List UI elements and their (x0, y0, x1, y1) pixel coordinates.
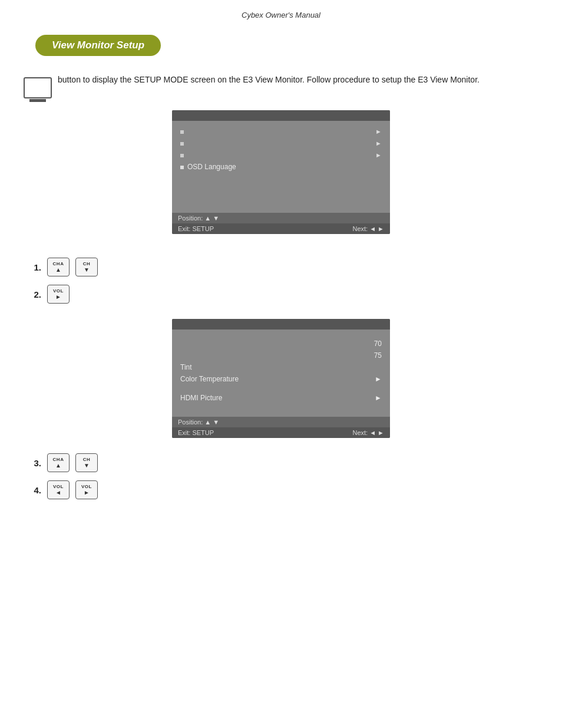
osd-spacer-1 (180, 173, 382, 208)
cha-up-button-2[interactable]: CHA ▲ (47, 453, 70, 472)
osd-title-bar-1 (172, 110, 390, 121)
osd-row-osd-language: OSD Language (180, 161, 382, 173)
step-2-num: 2. (24, 289, 41, 299)
title-badge-text: View Monitor Setup (52, 39, 144, 51)
osd-footer-2a: Position: ▲ ▼ (172, 417, 390, 427)
vol-right-button-1[interactable]: VOL ► (47, 285, 70, 304)
step-2-row: 2. VOL ► (24, 285, 538, 304)
osd-screen-2: 70 75 Tint Color Temperature ► (172, 319, 390, 438)
ch-down-button-2[interactable]: CH ▼ (75, 453, 98, 472)
step-4-num: 4. (24, 485, 41, 495)
osd-row2-hdmi: HDMI Picture ► (180, 392, 382, 404)
cha-up-button-1[interactable]: CHA ▲ (47, 258, 70, 276)
vol-right-button-2[interactable]: VOL ► (75, 480, 98, 499)
step-4-row: 4. VOL ◄ VOL ► (24, 480, 538, 499)
osd-body-2: 70 75 Tint Color Temperature ► (172, 330, 390, 417)
osd-row-2: ► (180, 137, 382, 149)
osd-body-1: ► ► ► OSD Language (172, 121, 390, 213)
monitor-icon (24, 77, 52, 98)
title-badge: View Monitor Setup (35, 35, 161, 56)
vol-left-button[interactable]: VOL ◄ (47, 480, 70, 499)
step-1-row: 1. CHA ▲ CH ▼ (24, 258, 538, 276)
page-header: Cybex Owner's Manual (0, 0, 562, 24)
osd-row2-2: 70 (180, 338, 382, 350)
steps-area-1: 1. CHA ▲ CH ▼ 2. VOL ► (0, 258, 562, 304)
steps-area-2: 3. CHA ▲ CH ▼ 4. VOL ◄ VOL ► (0, 453, 562, 499)
osd-row-3: ► (180, 149, 382, 161)
osd-row2-tint: Tint (180, 361, 382, 373)
manual-title: Cybex Owner's Manual (242, 11, 320, 19)
osd-row2-color-temp: Color Temperature ► (180, 373, 382, 385)
osd-footer-1b: Exit: SETUP Next: ◄ ► (172, 223, 390, 234)
step-3-num: 3. (24, 458, 41, 468)
osd-footer-2b: Exit: SETUP Next: ◄ ► (172, 427, 390, 438)
ch-down-button-1[interactable]: CH ▼ (75, 258, 98, 276)
step-1-num: 1. (24, 262, 41, 272)
step-3-row: 3. CHA ▲ CH ▼ (24, 453, 538, 472)
osd-row-1: ► (180, 126, 382, 137)
osd-title-bar-2 (172, 319, 390, 330)
osd-screen-1: ► ► ► OSD Language Position: ▲ ▼ Exit: S… (172, 110, 390, 234)
intro-text: button to display the SETUP MODE screen … (58, 74, 480, 86)
intro-area: button to display the SETUP MODE screen … (0, 56, 562, 104)
osd-row2-3: 75 (180, 350, 382, 361)
osd-footer-1a: Position: ▲ ▼ (172, 213, 390, 223)
